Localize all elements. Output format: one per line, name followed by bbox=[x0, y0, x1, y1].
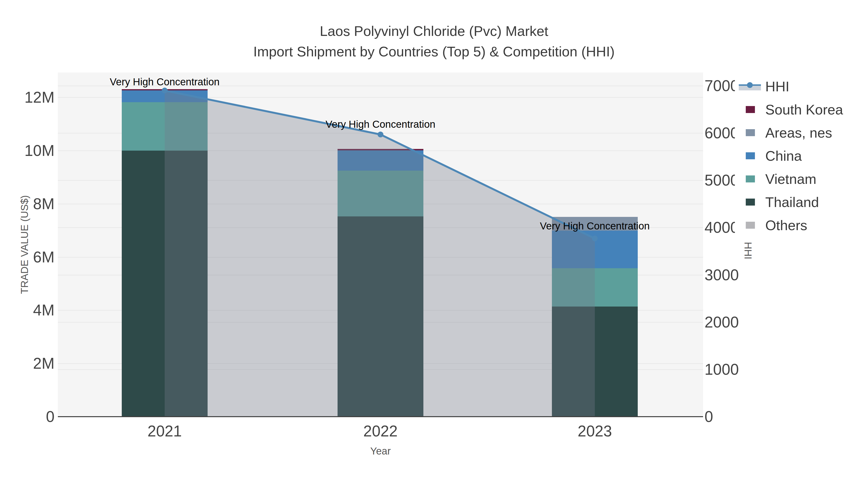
hhi-point-2022[interactable] bbox=[378, 132, 383, 137]
chart-page: { "title": { "line1": "Laos Polyvinyl Ch… bbox=[0, 0, 868, 488]
right-axis-tick: 7000 bbox=[705, 77, 739, 95]
color-swatch-icon bbox=[746, 222, 755, 229]
chart-title-line1: Laos Polyvinyl Chloride (Pvc) Market bbox=[0, 24, 868, 38]
x-axis-line bbox=[58, 416, 703, 417]
legend-item-china[interactable]: China bbox=[735, 144, 868, 167]
right-axis-tick: 5000 bbox=[705, 171, 739, 189]
legend-item-label: Vietnam bbox=[765, 171, 816, 187]
color-swatch-icon bbox=[746, 129, 755, 136]
legend-item-hhi[interactable]: HHI bbox=[735, 75, 868, 98]
chart-title-line2: Import Shipment by Countries (Top 5) & C… bbox=[0, 44, 868, 59]
hhi-point-2021[interactable] bbox=[162, 88, 167, 94]
annotation-2021: Very High Concentration bbox=[110, 76, 219, 88]
right-axis-tick: 0 bbox=[705, 408, 713, 426]
annotation-2023: Very High Concentration bbox=[540, 220, 650, 232]
left-axis-tick: 10M bbox=[0, 142, 55, 160]
legend-item-label: HHI bbox=[765, 78, 789, 94]
color-swatch-icon bbox=[746, 199, 755, 205]
legend-swatch-slot bbox=[735, 199, 765, 205]
right-axis-tick: 6000 bbox=[705, 124, 739, 142]
left-axis-tick: 4M bbox=[0, 301, 55, 319]
right-axis-tick: 1000 bbox=[705, 360, 739, 378]
left-axis-tick: 8M bbox=[0, 195, 55, 213]
x-axis-tick-2023: 2023 bbox=[578, 422, 612, 440]
x-axis-tick-2022: 2022 bbox=[363, 422, 398, 440]
right-axis-tick: 4000 bbox=[705, 219, 739, 236]
x-axis-title: Year bbox=[370, 445, 391, 457]
x-axis-tick-2021: 2021 bbox=[148, 422, 182, 440]
legend-swatch-slot bbox=[735, 222, 765, 229]
hhi-marker-icon bbox=[747, 82, 753, 88]
legend-swatch-slot bbox=[735, 175, 765, 183]
legend-item-label: China bbox=[765, 148, 802, 164]
hhi-legend-sample bbox=[739, 82, 761, 90]
legend-item-others[interactable]: Others bbox=[735, 214, 868, 237]
color-swatch-icon bbox=[746, 175, 755, 183]
legend-item-label: South Korea bbox=[765, 101, 843, 118]
color-swatch-icon bbox=[746, 152, 755, 159]
legend-swatch-slot bbox=[735, 129, 765, 136]
legend-swatch-slot bbox=[735, 152, 765, 159]
left-axis-tick: 2M bbox=[0, 355, 55, 372]
legend-item-label: Areas, nes bbox=[765, 125, 832, 141]
legend-item-areas-nes[interactable]: Areas, nes bbox=[735, 121, 868, 144]
left-axis-tick: 0 bbox=[0, 408, 55, 426]
left-axis-tick: 6M bbox=[0, 248, 55, 266]
hhi-point-2023[interactable] bbox=[592, 236, 598, 241]
legend-item-vietnam[interactable]: Vietnam bbox=[735, 167, 868, 190]
hhi-area-fill bbox=[165, 91, 595, 417]
hhi-line-area-icon bbox=[735, 82, 765, 90]
legend-item-label: Others bbox=[765, 217, 807, 233]
right-axis-tick: 2000 bbox=[705, 313, 739, 331]
right-axis-tick: 3000 bbox=[705, 266, 739, 284]
legend: HHISouth KoreaAreas, nesChinaVietnamThai… bbox=[735, 75, 868, 237]
legend-item-south-korea[interactable]: South Korea bbox=[735, 98, 868, 121]
legend-item-thailand[interactable]: Thailand bbox=[735, 190, 868, 214]
color-swatch-icon bbox=[746, 106, 755, 113]
left-axis-tick: 12M bbox=[0, 89, 55, 106]
right-axis-title: HHI bbox=[742, 242, 754, 259]
annotation-2022: Very High Concentration bbox=[326, 119, 435, 130]
legend-swatch-slot bbox=[735, 106, 765, 113]
legend-item-label: Thailand bbox=[765, 194, 819, 210]
